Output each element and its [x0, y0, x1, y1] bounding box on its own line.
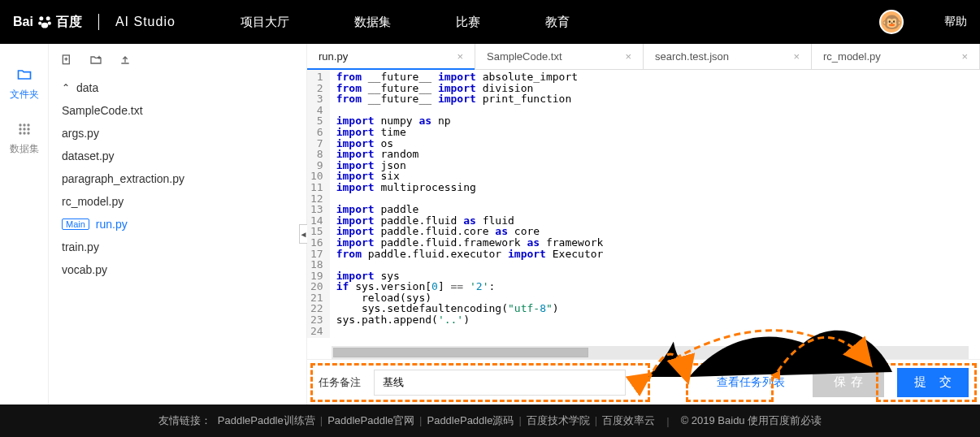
- collapse-sidebar-icon[interactable]: ◄: [299, 224, 307, 244]
- rail-files[interactable]: 文件夹: [0, 57, 48, 111]
- footer-sep: |: [666, 415, 669, 427]
- svg-point-13: [27, 132, 29, 134]
- line-number: 9: [310, 160, 323, 171]
- nav-right: 🐵 帮助: [879, 10, 967, 34]
- nav-link-education[interactable]: 教育: [545, 15, 570, 30]
- nav-link-datasets[interactable]: 数据集: [354, 15, 391, 30]
- nav-link-contests[interactable]: 比赛: [456, 15, 480, 30]
- code-line: from __future__ import absolute_import: [336, 71, 604, 83]
- tree-file-SampleCode-txt[interactable]: SampleCode.txt: [49, 99, 306, 122]
- tree-file-dataset-py[interactable]: dataset.py: [49, 145, 306, 167]
- code-line: sys.path.append('..'): [336, 314, 604, 326]
- line-number: 21: [310, 292, 323, 304]
- brand: Bai 百度 AI Studio: [13, 14, 208, 31]
- tab-SampleCode-txt[interactable]: SampleCode.txt×: [475, 44, 644, 69]
- tab-rc_model-py[interactable]: rc_model.py×: [812, 44, 980, 69]
- tree-file-train-py[interactable]: train.py: [49, 236, 306, 258]
- line-number: 19: [310, 270, 323, 282]
- line-number: 17: [310, 249, 323, 260]
- code-line: if sys.version[0] == '2':: [336, 281, 604, 292]
- tree-file-label: run.py: [96, 218, 128, 231]
- left-rail: 文件夹 数据集: [0, 44, 49, 405]
- tree-folder-label: data: [76, 81, 98, 94]
- tree-file-args-py[interactable]: args.py: [49, 122, 306, 145]
- submit-button[interactable]: 提 交: [897, 368, 969, 397]
- code-editor[interactable]: 123456789101112131415161718192021222324 …: [307, 70, 980, 338]
- line-number: 24: [310, 326, 323, 337]
- main: 文件夹 数据集 ⌃ data SampleCode.txtargs.pydata…: [0, 44, 980, 405]
- line-number: 3: [310, 93, 323, 105]
- footer-sep: |: [518, 414, 521, 426]
- upload-icon[interactable]: [119, 54, 132, 67]
- code-line: import sys: [336, 270, 604, 282]
- new-folder-icon[interactable]: [89, 54, 102, 67]
- code-line: import paddle.fluid as fluid: [336, 215, 604, 227]
- avatar[interactable]: 🐵: [879, 10, 904, 34]
- close-icon[interactable]: ×: [793, 50, 800, 63]
- code-line: import numpy as np: [336, 115, 604, 127]
- tree-file-run-py[interactable]: Mainrun.py: [49, 213, 306, 236]
- tree-file-label: vocab.py: [62, 263, 107, 276]
- nav-links: 项目大厅 数据集 比赛 教育: [241, 15, 570, 30]
- editor-area: ◄ run.py×SampleCode.txt×search.test.json…: [307, 44, 980, 405]
- svg-point-11: [19, 132, 21, 134]
- view-task-queue-link[interactable]: 查看任务列表: [702, 375, 800, 390]
- scrollbar-thumb[interactable]: [333, 348, 588, 357]
- line-number: 11: [310, 182, 323, 193]
- code-line: import os: [336, 138, 604, 149]
- code-line: from __future__ import print_function: [336, 93, 604, 105]
- horizontal-scrollbar[interactable]: [332, 346, 969, 359]
- tree-file-label: args.py: [62, 127, 99, 140]
- line-number: 20: [310, 281, 323, 292]
- line-number: 7: [310, 138, 323, 149]
- code-line: import multiprocessing: [336, 182, 604, 193]
- rail-datasets[interactable]: 数据集: [0, 111, 48, 166]
- footer-link[interactable]: PaddlePaddle官网: [327, 414, 414, 426]
- code-line: import six: [336, 171, 604, 182]
- tab-run-py[interactable]: run.py×: [307, 44, 475, 69]
- footer-sep: |: [419, 414, 422, 426]
- tree-folder-data[interactable]: ⌃ data: [49, 76, 306, 99]
- folder-icon: [15, 67, 33, 83]
- line-number: 8: [310, 149, 323, 160]
- tree-file-label: rc_model.py: [62, 195, 124, 208]
- tab-label: SampleCode.txt: [487, 50, 562, 63]
- tab-label: search.test.json: [655, 50, 729, 63]
- close-icon[interactable]: ×: [625, 50, 631, 63]
- tab-search-test-json[interactable]: search.test.json×: [644, 44, 812, 69]
- close-icon[interactable]: ×: [961, 50, 968, 63]
- svg-point-12: [23, 132, 25, 134]
- line-number: 6: [310, 127, 323, 138]
- svg-point-2: [38, 22, 41, 25]
- main-tag: Main: [62, 218, 89, 230]
- tree-file-vocab-py[interactable]: vocab.py: [49, 258, 306, 281]
- top-nav: Bai 百度 AI Studio 项目大厅 数据集 比赛 教育 🐵 帮助: [0, 0, 980, 44]
- line-number: 5: [310, 115, 323, 127]
- svg-point-7: [27, 123, 29, 126]
- help-link[interactable]: 帮助: [944, 15, 967, 29]
- new-file-icon[interactable]: [60, 54, 73, 67]
- line-number: 13: [310, 204, 323, 215]
- svg-point-10: [27, 128, 29, 130]
- svg-point-4: [41, 23, 48, 28]
- footer-link[interactable]: PaddlePaddle源码: [427, 414, 514, 426]
- line-number: 2: [310, 83, 323, 94]
- code-line: import random: [336, 149, 604, 160]
- code-line: import paddle.fluid.framework as framewo…: [336, 237, 604, 249]
- save-button[interactable]: 保存: [813, 368, 884, 397]
- footer-link[interactable]: 百度效率云: [602, 414, 655, 426]
- code-line: from __future__ import division: [336, 83, 604, 94]
- close-icon[interactable]: ×: [457, 50, 463, 63]
- tree-file-rc_model-py[interactable]: rc_model.py: [49, 190, 306, 213]
- tree-file-paragraph_extraction-py[interactable]: paragraph_extraction.py: [49, 167, 306, 190]
- footer-link[interactable]: 百度技术学院: [527, 414, 590, 426]
- svg-point-6: [23, 123, 25, 126]
- line-number: 12: [310, 193, 323, 205]
- nav-link-projects[interactable]: 项目大厅: [241, 15, 289, 30]
- avatar-emoji: 🐵: [882, 12, 902, 32]
- footer-link[interactable]: PaddlePaddle训练营: [218, 414, 315, 426]
- footer-sep: |: [595, 414, 597, 426]
- task-note-input[interactable]: [374, 370, 626, 396]
- line-number: 14: [310, 215, 323, 227]
- svg-point-9: [23, 128, 25, 130]
